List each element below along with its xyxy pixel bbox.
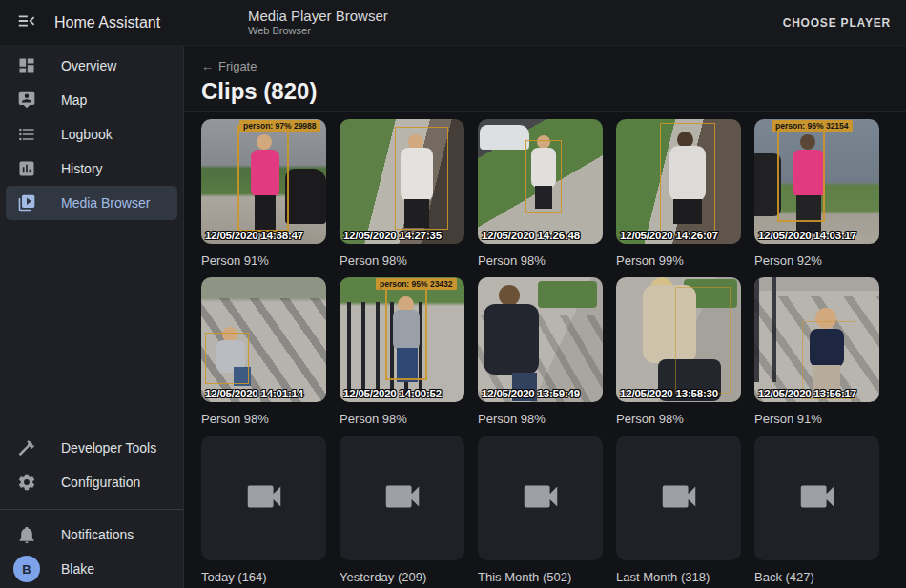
sidebar-item-configuration[interactable]: Configuration — [6, 465, 177, 499]
clip-thumbnail: person: 96% 32154 12/05/2020 14:03:17 — [754, 119, 879, 244]
list-bulleted-icon — [17, 125, 36, 144]
detection-bounding-box — [777, 131, 825, 222]
choose-player-button[interactable]: CHOOSE PLAYER — [783, 0, 891, 46]
clip-caption: Person 99% — [616, 253, 741, 269]
sidebar-item-label: Overview — [61, 58, 116, 73]
clip-caption: Person 92% — [754, 253, 879, 269]
menu-open-icon — [16, 10, 37, 35]
bell-icon — [17, 525, 36, 544]
clip-thumbnail: person: 97% 29988 12/05/2020 14:38:47 — [201, 119, 326, 244]
sidebar-item-overview[interactable]: Overview — [6, 49, 177, 83]
folder-thumbnail — [340, 436, 464, 560]
user-name: Blake — [61, 561, 94, 577]
clip-card[interactable]: 12/05/2020 14:01:14 Person 98% — [201, 277, 326, 427]
sidebar-item-label: Media Browser — [61, 195, 150, 211]
clip-timestamp: 12/05/2020 13:59:49 — [482, 388, 580, 399]
clip-timestamp: 12/05/2020 14:26:48 — [482, 230, 580, 241]
detection-label: person: 96% 32154 — [772, 120, 853, 132]
content-header: ← Frigate Clips (820) — [184, 46, 906, 112]
folder-label: Today (164) — [201, 569, 326, 585]
clip-card[interactable]: person: 96% 32154 12/05/2020 14:03:17 Pe… — [754, 119, 879, 269]
sidebar-item-label: Map — [61, 92, 87, 108]
media-player-header: Media Player Browser Web Browser — [248, 7, 388, 37]
sidebar-item-history[interactable]: History — [6, 152, 177, 186]
folder-card-last-month[interactable]: Last Month (318) — [616, 436, 741, 585]
folder-thumbnail — [616, 436, 741, 560]
folder-card-today[interactable]: Today (164) — [201, 436, 326, 585]
clip-card[interactable]: person: 95% 23432 12/05/2020 14:00:52 Pe… — [340, 277, 464, 427]
clip-thumbnail: 12/05/2020 14:01:14 — [201, 277, 326, 402]
app-title: Home Assistant — [54, 14, 160, 31]
chart-box-icon — [17, 159, 36, 178]
clip-card[interactable]: 12/05/2020 13:58:30 Person 98% — [616, 277, 741, 427]
sidebar-item-label: Logbook — [61, 127, 113, 142]
sidebar-item-user-profile[interactable]: B Blake — [6, 552, 177, 586]
breadcrumb-back-frigate[interactable]: ← Frigate — [201, 59, 257, 73]
clip-card[interactable]: 12/05/2020 13:59:49 Person 98% — [478, 277, 603, 427]
clip-caption: Person 98% — [340, 411, 464, 427]
sidebar-item-label: Configuration — [61, 475, 140, 490]
sidebar-item-map[interactable]: Map — [6, 83, 177, 117]
folder-thumbnail — [754, 436, 879, 560]
clip-card[interactable]: person: 97% 29988 12/05/2020 14:38:47 Pe… — [201, 119, 326, 269]
clip-timestamp: 12/05/2020 14:26:07 — [620, 230, 718, 241]
sidebar-divider — [0, 509, 183, 510]
clip-card[interactable]: 12/05/2020 13:56:17 Person 91% — [754, 277, 879, 427]
page-title: Clips (820) — [201, 78, 906, 105]
folder-thumbnail — [201, 436, 326, 560]
sidebar-item-logbook[interactable]: Logbook — [6, 117, 177, 152]
folder-card-yesterday[interactable]: Yesterday (209) — [340, 436, 464, 585]
detection-bounding-box — [385, 285, 427, 380]
detection-bounding-box — [525, 140, 562, 213]
sidebar-toggle-button[interactable] — [4, 0, 50, 46]
folder-card-this-month[interactable]: This Month (502) — [478, 436, 603, 585]
hammer-icon — [17, 438, 36, 457]
clip-thumbnail: 12/05/2020 14:26:48 — [478, 119, 603, 244]
clip-caption: Person 98% — [201, 411, 326, 427]
clip-timestamp: 12/05/2020 13:56:17 — [758, 388, 856, 399]
clip-card[interactable]: 12/05/2020 14:27:35 Person 98% — [340, 119, 464, 269]
clip-card[interactable]: 12/05/2020 14:26:07 Person 99% — [616, 119, 741, 269]
folder-label: Last Month (318) — [616, 569, 741, 585]
detection-label: person: 95% 23432 — [376, 278, 457, 290]
clip-caption: Person 98% — [616, 411, 741, 427]
sidebar: Overview Map Logbook History Media Brows… — [0, 46, 184, 588]
clip-timestamp: 12/05/2020 14:27:35 — [343, 230, 442, 241]
clip-timestamp: 12/05/2020 13:58:30 — [620, 388, 718, 399]
sidebar-item-label: Notifications — [61, 527, 134, 542]
sidebar-item-developer-tools[interactable]: Developer Tools — [6, 431, 177, 465]
clip-thumbnail: 12/05/2020 14:27:35 — [340, 119, 464, 244]
page-header-subtitle: Web Browser — [248, 25, 388, 37]
top-app-bar: Home Assistant Media Player Browser Web … — [0, 0, 906, 46]
detection-bounding-box — [237, 125, 289, 232]
video-camera-icon — [242, 475, 286, 522]
detection-bounding-box — [675, 287, 731, 394]
folder-card-back[interactable]: Back (427) — [754, 436, 879, 585]
detection-bounding-box — [205, 333, 249, 384]
clips-grid: person: 97% 29988 12/05/2020 14:38:47 Pe… — [184, 112, 906, 588]
sidebar-item-notifications[interactable]: Notifications — [6, 517, 177, 552]
video-camera-icon — [795, 475, 839, 522]
clip-caption: Person 98% — [340, 253, 464, 269]
clip-caption: Person 98% — [478, 253, 603, 269]
clip-thumbnail: 12/05/2020 13:58:30 — [616, 277, 741, 402]
folder-thumbnail — [478, 436, 603, 560]
clip-timestamp: 12/05/2020 14:03:17 — [758, 230, 856, 241]
avatar: B — [13, 556, 40, 582]
play-box-multiple-icon — [17, 193, 36, 213]
map-account-icon — [17, 91, 36, 110]
sidebar-item-media-browser[interactable]: Media Browser — [6, 186, 177, 220]
scene-shape — [480, 125, 529, 150]
folder-label: Yesterday (209) — [340, 569, 464, 585]
breadcrumb-label: Frigate — [218, 59, 257, 73]
clip-caption: Person 98% — [478, 411, 603, 427]
video-camera-icon — [657, 475, 701, 522]
scene-shape — [285, 169, 326, 224]
scene-shape — [538, 281, 597, 308]
detection-bounding-box — [660, 123, 715, 235]
back-arrow-icon: ← — [201, 59, 214, 73]
clip-timestamp: 12/05/2020 14:00:52 — [343, 388, 442, 399]
clip-thumbnail: person: 95% 23432 12/05/2020 14:00:52 — [340, 277, 464, 402]
clip-card[interactable]: 12/05/2020 14:26:48 Person 98% — [478, 119, 603, 269]
view-dashboard-icon — [17, 56, 36, 75]
